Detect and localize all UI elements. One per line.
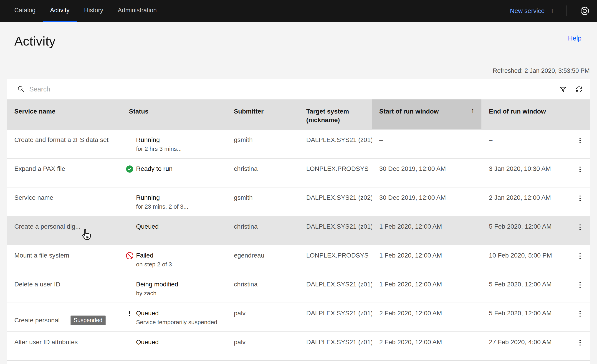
- start-of-run-window: 1 Feb 2020, 12:00 AM: [372, 274, 481, 303]
- next-row-partial: [7, 360, 590, 364]
- search-input[interactable]: [29, 79, 555, 99]
- target-system: LONPLEX.PRODSYS: [299, 158, 372, 187]
- table-toolbar: [7, 79, 590, 99]
- column-label: Start of run window: [379, 108, 439, 115]
- column-header-service-name[interactable]: Service name: [7, 99, 121, 129]
- refresh-icon[interactable]: [571, 79, 587, 99]
- table-row[interactable]: Delete a user ID Being modified by zach …: [7, 274, 590, 303]
- nav-divider: [566, 6, 566, 16]
- start-of-run-window: 30 Dec 2019, 12:00 AM: [372, 158, 481, 187]
- filter-icon[interactable]: [555, 79, 571, 99]
- submitter: gsmith: [226, 188, 299, 216]
- table-row-hovered[interactable]: Create a personal dig... Queued christin…: [7, 216, 590, 245]
- plus-icon: +: [550, 7, 555, 15]
- column-header-target-system[interactable]: Target system (nickname): [299, 99, 372, 129]
- column-label: End of run window: [489, 108, 546, 115]
- failed-prohibit-icon: [126, 252, 134, 260]
- table-row[interactable]: Mount a file system Failed on step 2 of …: [7, 245, 590, 274]
- nav-tabs: Catalog Activity History Administration: [7, 0, 164, 22]
- target-system: DALPLEX.SYS21 (z01): [299, 130, 372, 158]
- service-name: Mount a file system: [14, 252, 69, 259]
- status-label: Failed: [136, 251, 172, 260]
- table-row[interactable]: Service name Running for 23 mins, 2 of 3…: [7, 187, 590, 216]
- nav-tab-activity[interactable]: Activity: [43, 0, 77, 22]
- status-label: Queued: [136, 309, 217, 317]
- status-label: Being modified: [136, 280, 178, 289]
- status-label: Queued: [136, 222, 159, 231]
- overflow-menu-icon[interactable]: [576, 252, 583, 260]
- refreshed-timestamp: Refreshed: 2 Jan 2020, 3:53:50 PM: [493, 67, 590, 74]
- service-name: Alter user ID attributes: [14, 339, 78, 346]
- end-of-run-window: 5 Feb 2020, 12:00 AM: [481, 274, 590, 303]
- table-row[interactable]: Alter user ID attributes Queued palv DAL…: [7, 332, 590, 360]
- table-row[interactable]: Create and format a zFS data set Running…: [7, 129, 590, 158]
- submitter: christina: [226, 216, 299, 245]
- top-navigation: Catalog Activity History Administration …: [0, 0, 597, 22]
- overflow-menu-icon[interactable]: [576, 194, 583, 202]
- overflow-menu-icon[interactable]: [576, 223, 583, 231]
- submitter: palv: [226, 332, 299, 360]
- start-of-run-window: 1 Feb 2020, 12:00 AM: [372, 245, 481, 274]
- table-header-row: Service name Status Submitter Target sys…: [7, 99, 590, 129]
- service-name: Create a personal dig...: [14, 223, 80, 230]
- service-name: Service name: [14, 194, 53, 201]
- submitter: christina: [226, 274, 299, 303]
- target-system: DALPLEX.SYS21 (z01): [299, 332, 372, 360]
- end-of-run-window: 27 Feb 2020, 4:00 AM: [481, 332, 590, 360]
- overflow-menu-icon[interactable]: [576, 339, 583, 347]
- submitter: palv: [226, 303, 299, 332]
- nav-tab-administration[interactable]: Administration: [110, 0, 164, 22]
- status-subtext: for 2 hrs 3 mins...: [136, 145, 182, 153]
- column-label: Status: [129, 108, 149, 115]
- overflow-menu-icon[interactable]: [576, 281, 583, 289]
- end-of-run-window: 2 Jan 2020, 12:00 AM: [481, 188, 590, 216]
- service-name: Expand a PAX file: [14, 165, 65, 172]
- column-label: Service name: [14, 108, 55, 115]
- end-of-run-window: 5 Feb 2020, 12:00 AM: [481, 303, 590, 332]
- status-label: Running: [136, 193, 189, 202]
- start-of-run-window: 2 Feb 2020, 12:00 AM: [372, 303, 481, 332]
- service-name: Create personal...: [14, 316, 65, 325]
- gear-icon[interactable]: [576, 6, 593, 16]
- end-of-run-window: 5 Feb 2020, 12:00 AM: [481, 216, 590, 245]
- activity-table-panel: Service name Status Submitter Target sys…: [7, 79, 590, 364]
- nav-tab-label: Administration: [118, 7, 157, 14]
- suspended-tag: Suspended: [71, 316, 106, 325]
- target-system: LONPLEX.PRODSYS: [299, 245, 372, 274]
- help-link[interactable]: Help: [568, 35, 581, 42]
- new-service-button[interactable]: New service +: [510, 7, 555, 15]
- start-of-run-window: 1 Feb 2020, 12:00 AM: [372, 216, 481, 245]
- table-row[interactable]: Expand a PAX file Ready to run christina…: [7, 158, 590, 187]
- new-service-label: New service: [510, 7, 544, 15]
- status-label: Ready to run: [136, 165, 173, 173]
- table-row[interactable]: Create personal... Suspended Queued Serv…: [7, 303, 590, 332]
- column-header-status[interactable]: Status: [121, 99, 226, 129]
- target-system: DALPLEX.SYS21 (z01): [299, 303, 372, 332]
- start-of-run-window: –: [372, 130, 481, 158]
- nav-tab-label: Activity: [50, 7, 70, 14]
- status-label: Running: [136, 135, 182, 144]
- column-label: Target system: [306, 107, 368, 116]
- search-icon: [17, 85, 25, 94]
- status-subtext: by zach: [136, 289, 178, 297]
- page-title: Activity: [14, 34, 55, 48]
- overflow-menu-icon[interactable]: [576, 165, 583, 173]
- target-system: DALPLEX.SYS21 (z01): [299, 216, 372, 245]
- nav-tab-label: Catalog: [14, 7, 35, 14]
- sort-ascending-arrow-icon[interactable]: ↑: [471, 106, 475, 115]
- nav-tab-history[interactable]: History: [77, 0, 110, 22]
- overflow-menu-icon[interactable]: [576, 310, 583, 317]
- nav-tab-catalog[interactable]: Catalog: [7, 0, 43, 22]
- column-header-start-of-run-window[interactable]: Start of run window ↑: [372, 99, 481, 129]
- column-header-end-of-run-window[interactable]: End of run window: [481, 99, 590, 129]
- status-subtext: on step 2 of 3: [136, 261, 172, 268]
- status-subtext: Service temporarily suspended: [136, 318, 217, 326]
- overflow-menu-icon[interactable]: [576, 136, 583, 144]
- status-subtext: for 23 mins, 2 of 3...: [136, 203, 189, 210]
- nav-tab-label: History: [84, 7, 103, 14]
- end-of-run-window: 10 Feb 2020, 5:00 PM: [481, 245, 590, 274]
- submitter: christina: [226, 158, 299, 187]
- target-system: DALPLEX.SYS21 (z02): [299, 188, 372, 216]
- column-header-submitter[interactable]: Submitter: [226, 99, 299, 129]
- service-name: Delete a user ID: [14, 281, 60, 288]
